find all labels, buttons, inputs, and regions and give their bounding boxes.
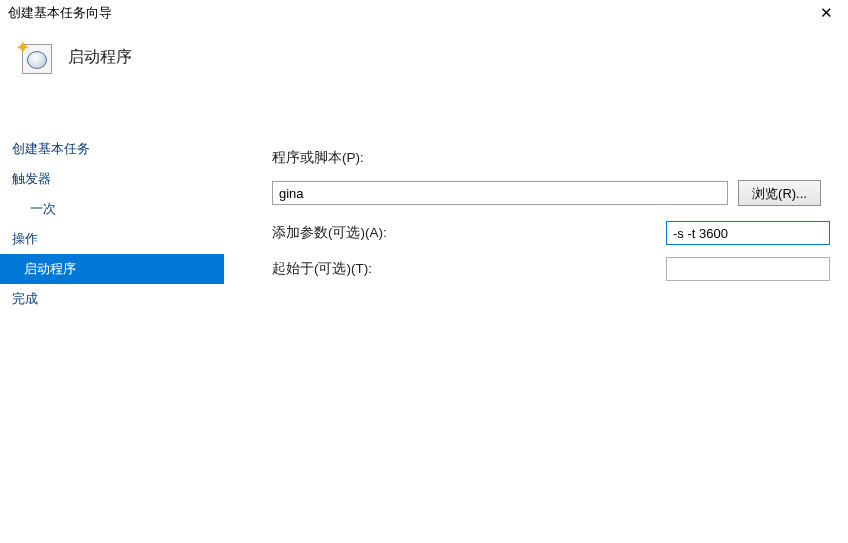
start-in-input[interactable] (666, 257, 830, 281)
program-script-label: 程序或脚本(P): (272, 149, 412, 167)
wizard-step-trigger[interactable]: 触发器 (0, 164, 224, 194)
page-title: 启动程序 (68, 47, 132, 68)
add-arguments-input[interactable] (666, 221, 830, 245)
close-icon[interactable]: ✕ (810, 2, 842, 24)
wizard-step-create-basic-task[interactable]: 创建基本任务 (0, 134, 224, 164)
wizard-step-trigger-once[interactable]: 一次 (0, 194, 224, 224)
wizard-step-start-program[interactable]: 启动程序 (0, 254, 224, 284)
wizard-step-action[interactable]: 操作 (0, 224, 224, 254)
window-title: 创建基本任务向导 (8, 5, 112, 22)
browse-button[interactable]: 浏览(R)... (738, 180, 821, 206)
task-scheduler-icon: ✦ (18, 40, 52, 74)
wizard-step-finish[interactable]: 完成 (0, 284, 224, 314)
wizard-steps-sidebar: 创建基本任务 触发器 一次 操作 启动程序 完成 (0, 130, 224, 543)
add-arguments-label: 添加参数(可选)(A): (272, 224, 387, 242)
program-script-input[interactable] (272, 181, 728, 205)
form-panel: 程序或脚本(P): 浏览(R)... 添加参数(可选)(A): 起始于(可选)(… (224, 130, 848, 543)
start-in-label: 起始于(可选)(T): (272, 260, 372, 278)
